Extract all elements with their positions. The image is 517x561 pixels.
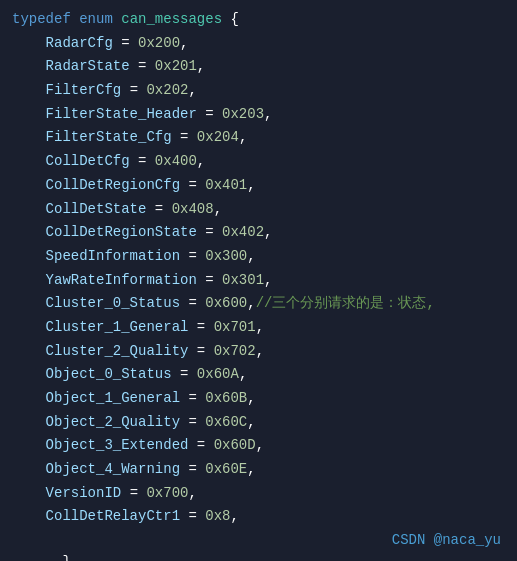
code-line: Object_3_Extended = 0x60D ,	[0, 434, 517, 458]
closing-brace: } can_messages ;	[12, 530, 163, 561]
type-name: can_messages	[121, 9, 222, 31]
code-line: FilterState_Header = 0x203 ,	[0, 103, 517, 127]
code-line: RadarState = 0x201 ,	[0, 55, 517, 79]
code-line: FilterState_Cfg = 0x204 ,	[0, 126, 517, 150]
code-line: YawRateInformation = 0x301 ,	[0, 269, 517, 293]
code-line: Object_4_Warning = 0x60E ,	[0, 458, 517, 482]
code-line: SpeedInformation = 0x300 ,	[0, 245, 517, 269]
code-line: CollDetCfg = 0x400 ,	[0, 150, 517, 174]
code-block: typedef enum can_messages { RadarCfg = 0…	[0, 0, 517, 561]
code-line-header: typedef enum can_messages {	[0, 8, 517, 32]
code-line: CollDetState = 0x408 ,	[0, 198, 517, 222]
code-line: RadarCfg = 0x200 ,	[0, 32, 517, 56]
code-line: Object_1_General = 0x60B ,	[0, 387, 517, 411]
code-line: VersionID = 0x700 ,	[0, 482, 517, 506]
code-line: CollDetRegionCfg = 0x401 ,	[0, 174, 517, 198]
watermark-text: CSDN @naca_yu	[392, 530, 501, 552]
code-line: CollDetRegionState = 0x402 ,	[0, 221, 517, 245]
keyword-typedef: typedef	[12, 9, 71, 31]
code-line: Cluster_2_Quality = 0x702 ,	[0, 340, 517, 364]
code-line: Object_0_Status = 0x60A ,	[0, 363, 517, 387]
code-line: FilterCfg = 0x202 ,	[0, 79, 517, 103]
keyword-enum: enum	[79, 9, 113, 31]
code-line-footer: } can_messages ; CSDN @naca_yu	[0, 529, 517, 561]
code-line: Cluster_1_General = 0x701 ,	[0, 316, 517, 340]
code-line: CollDetRelayCtr1 = 0x8 ,	[0, 505, 517, 529]
code-line-cluster0: Cluster_0_Status = 0x600 , //三个分别请求的是：状态…	[0, 292, 517, 316]
code-line: Object_2_Quality = 0x60C ,	[0, 411, 517, 435]
